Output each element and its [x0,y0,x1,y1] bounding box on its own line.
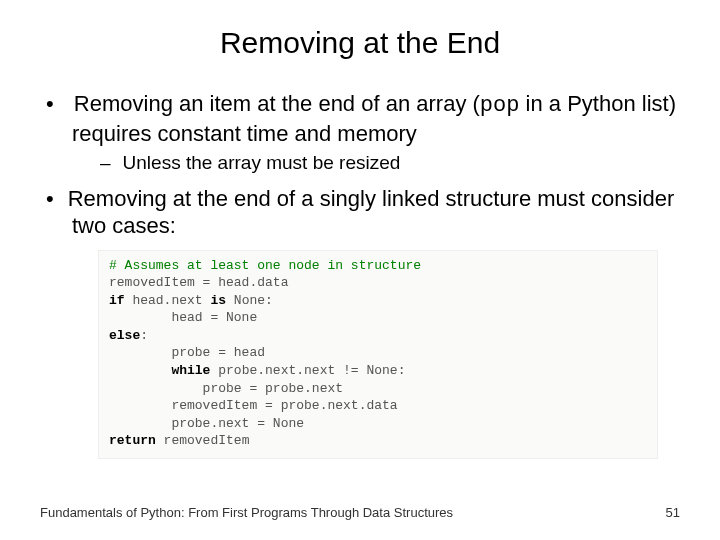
code-line-10: probe.next = None [109,416,304,431]
code-line-3a: head.next [125,293,211,308]
pop-code-span: pop [480,93,520,118]
code-kw-else: else [109,328,140,343]
code-line-8: probe = probe.next [109,381,343,396]
code-kw-return: return [109,433,156,448]
code-line-4: head = None [109,310,257,325]
code-line-2: removedItem = head.data [109,275,288,290]
bullet-1-sub-1: Unless the array must be resized [100,151,680,175]
code-kw-while: while [109,363,210,378]
code-comment: # Assumes at least one node in structure [109,258,421,273]
bullet-1-text-prefix: Removing an item at the end of an array … [74,91,480,116]
code-line-6: probe = head [109,345,265,360]
footer-text: Fundamentals of Python: From First Progr… [40,505,453,520]
code-line-3b: None: [226,293,273,308]
code-line-5: : [140,328,148,343]
bullet-list: Removing an item at the end of an array … [40,90,680,240]
code-line-9: removedItem = probe.next.data [109,398,398,413]
slide-body: Removing an item at the end of an array … [0,90,720,459]
code-line-7: probe.next.next != None: [210,363,405,378]
code-line-11: removedItem [156,433,250,448]
page-number: 51 [666,505,680,520]
bullet-1-sublist: Unless the array must be resized [72,151,680,175]
code-kw-if: if [109,293,125,308]
bullet-2: Removing at the end of a singly linked s… [40,185,680,240]
bullet-1: Removing an item at the end of an array … [40,90,680,175]
code-kw-is: is [210,293,226,308]
footer: Fundamentals of Python: From First Progr… [40,505,680,520]
slide-title: Removing at the End [0,0,720,90]
slide: Removing at the End Removing an item at … [0,0,720,540]
code-block: # Assumes at least one node in structure… [98,250,658,459]
